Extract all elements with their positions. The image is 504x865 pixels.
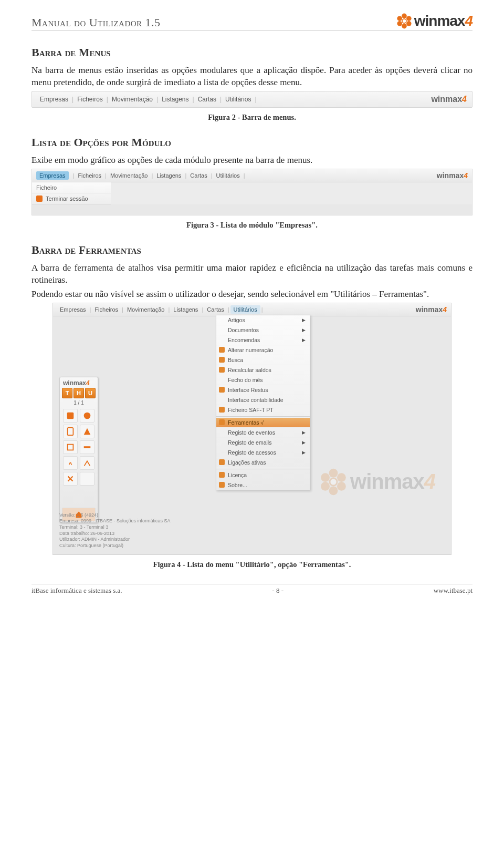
chevron-right-icon: ▶ — [302, 327, 306, 333]
menu-empresas[interactable]: Empresas — [37, 96, 71, 103]
para-ferramentas-2: Podendo estar ou não visível se assim o … — [32, 289, 472, 301]
svg-point-6 — [397, 16, 402, 21]
svg-point-14 — [329, 468, 338, 477]
fig4-caption: Figura 4 - Lista do menu "Utilitário", o… — [32, 560, 472, 569]
menu-listagens[interactable]: Listagens — [159, 96, 191, 103]
menu-empresas-active[interactable]: Empresas — [36, 171, 69, 180]
di-licenca[interactable]: Licença — [216, 470, 310, 480]
di-saft[interactable]: Ficheiro SAF-T PT — [216, 405, 310, 415]
fig2-menubar: Empresas| Ficheiros| Movimentação| Lista… — [32, 91, 472, 108]
connection-icon — [219, 459, 225, 465]
menu-cartas[interactable]: Cartas — [204, 306, 226, 313]
para-lista-opcoes: Exibe em modo gráfico as opções de cada … — [32, 155, 472, 167]
menu-empresas[interactable]: Empresas — [57, 306, 89, 313]
toolbutton-2[interactable] — [80, 409, 94, 423]
toolbutton-3[interactable] — [63, 425, 78, 438]
di-ferramentas-selected[interactable]: Ferramentas √ — [216, 418, 310, 428]
brand-text: winmax4 — [414, 13, 472, 29]
footer-left: itBase informática e sistemas s.a. — [32, 586, 122, 595]
toolbutton-blank[interactable] — [80, 472, 94, 486]
svg-point-18 — [321, 482, 330, 491]
heading-barra-ferramentas: Barra de Ferramentas — [32, 243, 472, 257]
toolbutton-7[interactable]: A — [63, 456, 78, 470]
drop-terminar-label: Terminar sessão — [46, 195, 88, 202]
toolbutton-1[interactable] — [63, 409, 78, 423]
di-encomendas[interactable]: Encomendas▶ — [216, 335, 310, 345]
di-reg-emails[interactable]: Registo de emails▶ — [216, 438, 310, 448]
svg-point-1 — [402, 14, 407, 19]
heading-lista-opcoes: Lista de Opções por Módulo — [32, 136, 472, 149]
menu-cartas[interactable]: Cartas — [195, 96, 219, 103]
manual-title: Manual do Utilizador 1.5 — [32, 16, 161, 29]
di-interface-contab[interactable]: Interface contabilidade — [216, 395, 310, 405]
info-line: Empresa: 0999 - ITBASE - Soluções inform… — [59, 518, 171, 524]
di-sobre[interactable]: Sobre... — [216, 480, 310, 490]
di-reg-acessos[interactable]: Registo de acessos▶ — [216, 448, 310, 458]
di-interface-restus[interactable]: Interface Restus — [216, 385, 310, 395]
svg-point-13 — [330, 478, 337, 486]
toolbutton-5[interactable] — [63, 440, 78, 454]
info-line: Data trabalho: 26-06-2013 — [59, 531, 171, 537]
svg-point-8 — [84, 412, 91, 419]
menu-movimentacao[interactable]: Movimentação — [109, 96, 155, 103]
toolbar-panel: winmax4 T H U 1 / 1 A — [59, 377, 98, 523]
info-line: Utilizador: ADMIN - Administrador — [59, 537, 171, 543]
di-documentos[interactable]: Documentos▶ — [216, 325, 310, 335]
di-ligacoes[interactable]: Ligações ativas — [216, 458, 310, 468]
di-busca[interactable]: Busca — [216, 355, 310, 365]
svg-point-16 — [337, 482, 346, 491]
menu-ficheiros[interactable]: Ficheiros — [75, 96, 106, 103]
svg-point-19 — [321, 473, 330, 482]
toolbutton-4[interactable] — [80, 425, 94, 438]
dropdown-divider2 — [216, 469, 310, 469]
di-reg-eventos[interactable]: Registo de eventos▶ — [216, 428, 310, 438]
toolbar-square-h[interactable]: H — [74, 388, 84, 398]
action-icon — [219, 347, 225, 353]
menu-utilitarios[interactable]: Utilitários — [214, 172, 243, 179]
brand-logo: winmax4 — [396, 13, 472, 29]
menu-listagens[interactable]: Listagens — [171, 306, 201, 313]
di-fecho-mes[interactable]: Fecho do mês — [216, 375, 310, 385]
di-artigos[interactable]: Artigos▶ — [216, 315, 310, 325]
menu-utilitarios-active[interactable]: Utilitários — [230, 305, 260, 314]
info-icon — [219, 482, 225, 488]
chevron-right-icon: ▶ — [302, 430, 306, 435]
toolbar-icon-grid: A — [62, 408, 96, 487]
tools-icon — [219, 419, 225, 425]
toolbar-square-u[interactable]: U — [85, 388, 96, 398]
watermark-text: winmax4 — [350, 470, 435, 493]
flower-icon — [396, 13, 413, 29]
svg-point-15 — [337, 473, 346, 482]
toolbar-square-t[interactable]: T — [62, 388, 72, 398]
menu-movimentacao[interactable]: Movimentação — [124, 306, 167, 313]
di-alterar-num[interactable]: Alterar numeração — [216, 345, 310, 355]
drop-ficheiro[interactable]: Ficheiro — [32, 182, 111, 193]
fig4-brand: winmax4 — [416, 305, 447, 314]
fig2-caption: Figura 2 - Barra de menus. — [32, 113, 472, 122]
file-icon — [219, 407, 225, 413]
menu-listagens[interactable]: Listagens — [154, 172, 184, 179]
chevron-right-icon: ▶ — [302, 450, 306, 455]
menu-movimentacao[interactable]: Movimentação — [108, 172, 151, 179]
menu-ficheiros[interactable]: Ficheiros — [75, 172, 104, 179]
svg-rect-7 — [67, 412, 74, 419]
menu-utilitarios[interactable]: Utilitários — [223, 96, 254, 103]
heading-barra-menus: Barra de Menus — [32, 46, 472, 59]
menu-ficheiros[interactable]: Ficheiros — [92, 306, 121, 313]
page-footer: itBase informática e sistemas s.a. - 8 -… — [32, 584, 472, 595]
menu-cartas[interactable]: Cartas — [187, 172, 209, 179]
toolbutton-8[interactable] — [80, 456, 94, 470]
toolbutton-settings[interactable] — [63, 472, 78, 486]
info-line: Terminal: 3 - Terminal 3 — [59, 524, 171, 531]
para-ferramentas-1: A barra de ferramenta de atalhos visa pe… — [32, 262, 472, 286]
exit-icon — [36, 195, 43, 202]
toolbar-counter: 1 / 1 — [62, 400, 96, 406]
svg-point-3 — [406, 21, 412, 26]
fig3-brand: winmax4 — [437, 171, 468, 180]
fig4-footer-info: Versão: 1.5 (4924) Empresa: 0999 - ITBAS… — [59, 512, 171, 549]
fig3-caption: Figura 3 - Lista do módulo "Empresas". — [32, 221, 472, 230]
drop-terminar[interactable]: Terminar sessão — [32, 193, 111, 204]
di-recalcular[interactable]: Recalcular saldos — [216, 365, 310, 375]
toolbutton-6[interactable] — [80, 440, 94, 454]
toolbar-brand: winmax4 — [62, 379, 96, 388]
